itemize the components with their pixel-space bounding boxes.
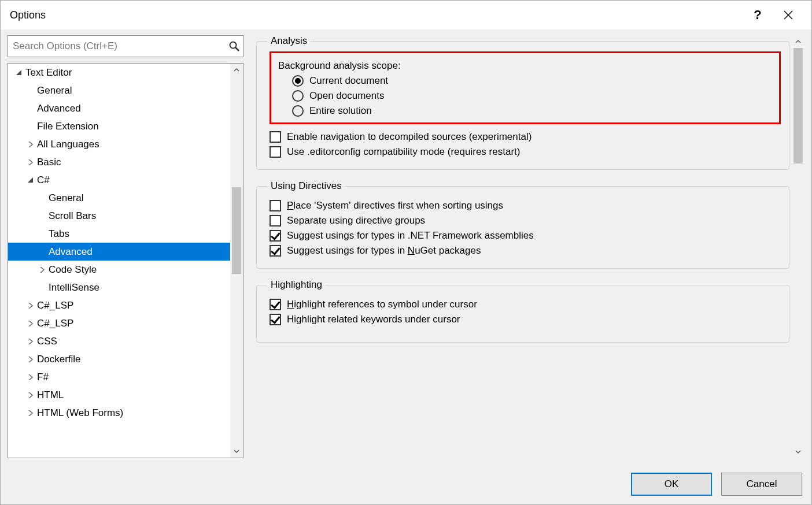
expanded-icon[interactable] (27, 176, 35, 184)
tree-item[interactable]: Scroll Bars (8, 207, 230, 225)
checkbox-label: Suggest usings for types in NuGet packag… (287, 245, 481, 257)
close-button[interactable] (771, 6, 806, 24)
collapsed-icon[interactable] (27, 140, 35, 148)
tree-item[interactable]: HTML (8, 386, 230, 404)
spacer-icon (38, 230, 46, 238)
svg-marker-5 (28, 177, 33, 183)
checkbox-icon[interactable] (270, 146, 281, 158)
spacer-icon (27, 105, 35, 113)
cancel-button[interactable]: Cancel (721, 473, 802, 496)
group-analysis-legend: Analysis (267, 35, 311, 47)
tree-item[interactable]: C#_LSP (8, 296, 230, 314)
options-tree[interactable]: Text EditorGeneralAdvancedFile Extension… (8, 63, 243, 458)
collapsed-icon[interactable] (27, 355, 35, 363)
tree-item[interactable]: CSS (8, 332, 230, 350)
collapsed-icon[interactable] (27, 158, 35, 166)
collapsed-icon[interactable] (38, 266, 46, 274)
svg-marker-4 (16, 70, 21, 75)
checkbox-icon[interactable] (270, 200, 281, 211)
panel-scrollbar[interactable] (792, 35, 804, 458)
checkbox-option[interactable]: Suggest usings for types in .NET Framewo… (270, 230, 781, 242)
scroll-thumb[interactable] (232, 187, 241, 274)
scroll-up-icon[interactable] (230, 64, 243, 76)
scroll-thumb[interactable] (793, 48, 803, 164)
collapsed-icon[interactable] (27, 320, 35, 328)
checkbox-option[interactable]: Enable navigation to decompiled sources … (270, 131, 781, 143)
checkbox-icon[interactable] (270, 299, 281, 310)
tree-item[interactable]: Advanced (8, 243, 230, 261)
checkbox-option[interactable]: Highlight related keywords under cursor (270, 314, 781, 325)
tree-item[interactable]: F# (8, 368, 230, 386)
tree-item[interactable]: Code Style (8, 261, 230, 279)
checkbox-icon[interactable] (270, 245, 281, 257)
spacer-icon (27, 87, 35, 95)
radio-option[interactable]: Entire solution (292, 105, 777, 117)
checkbox-option[interactable]: Use .editorconfig compatibility mode (re… (270, 146, 781, 158)
tree-item-label: File Extension (36, 121, 99, 132)
radio-label: Open documents (309, 90, 384, 102)
checkbox-option[interactable]: Highlight references to symbol under cur… (270, 299, 781, 310)
spacer-icon (27, 122, 35, 131)
tree-item-label: General (47, 192, 83, 204)
tree-item[interactable]: IntelliSense (8, 279, 230, 296)
search-box[interactable] (8, 35, 243, 57)
scroll-down-icon[interactable] (230, 445, 243, 458)
checkbox-option[interactable]: Suggest usings for types in NuGet packag… (270, 245, 781, 257)
checkbox-icon[interactable] (270, 314, 281, 325)
radio-icon[interactable] (292, 75, 304, 87)
ok-button[interactable]: OK (631, 473, 712, 496)
collapsed-icon[interactable] (27, 409, 35, 417)
tree-item-label: CSS (36, 336, 57, 347)
radio-icon[interactable] (292, 90, 304, 102)
checkbox-label: Place 'System' directives first when sor… (287, 200, 503, 211)
checkbox-icon[interactable] (270, 230, 281, 242)
svg-point-2 (230, 42, 237, 49)
tree-item-label: Advanced (36, 103, 81, 114)
tree-item[interactable]: General (8, 81, 230, 99)
tree-item-label: Tabs (47, 228, 69, 240)
tree-item-label: IntelliSense (47, 282, 99, 294)
collapsed-icon[interactable] (27, 302, 35, 310)
tree-item[interactable]: C# (8, 171, 230, 189)
tree-item-label: C#_LSP (36, 318, 73, 329)
tree-item[interactable]: Text Editor (8, 64, 230, 81)
tree-item[interactable]: General (8, 189, 230, 207)
expanded-icon[interactable] (15, 69, 23, 77)
radio-option[interactable]: Current document (292, 75, 777, 87)
search-input[interactable] (8, 38, 226, 54)
tree-scrollbar[interactable] (230, 64, 243, 458)
scroll-down-icon[interactable] (792, 445, 804, 458)
spacer-icon (38, 212, 46, 220)
radio-icon[interactable] (292, 105, 304, 117)
checkbox-option[interactable]: Place 'System' directives first when sor… (270, 200, 781, 211)
tree-item[interactable]: Basic (8, 153, 230, 171)
checkbox-label: Use .editorconfig compatibility mode (re… (287, 146, 520, 158)
tree-item-label: Code Style (47, 264, 97, 276)
group-using-legend: Using Directives (267, 180, 345, 192)
tree-item[interactable]: C#_LSP (8, 314, 230, 332)
scroll-up-icon[interactable] (792, 35, 804, 48)
tree-item-label: Text Editor (24, 67, 72, 79)
tree-item[interactable]: Tabs (8, 225, 230, 243)
collapsed-icon[interactable] (27, 337, 35, 346)
search-icon (226, 41, 243, 51)
radio-label: Current document (309, 75, 388, 87)
help-button[interactable]: ? (744, 6, 771, 24)
checkbox-icon[interactable] (270, 215, 281, 226)
group-highlighting: Highlighting Highlight references to sym… (256, 279, 789, 343)
window-title: Options (10, 9, 46, 21)
collapsed-icon[interactable] (27, 373, 35, 381)
tree-item[interactable]: Dockerfile (8, 350, 230, 368)
spacer-icon (38, 284, 46, 292)
tree-item[interactable]: File Extension (8, 117, 230, 135)
tree-item[interactable]: All Languages (8, 135, 230, 153)
checkbox-label: Enable navigation to decompiled sources … (287, 131, 532, 143)
tree-item-label: Basic (36, 157, 61, 168)
checkbox-icon[interactable] (270, 131, 281, 143)
collapsed-icon[interactable] (27, 391, 35, 399)
tree-item[interactable]: Advanced (8, 99, 230, 117)
checkbox-option[interactable]: Separate using directive groups (270, 215, 781, 226)
tree-item[interactable]: HTML (Web Forms) (8, 404, 230, 422)
radio-option[interactable]: Open documents (292, 90, 777, 102)
checkbox-label: Highlight references to symbol under cur… (287, 299, 477, 310)
